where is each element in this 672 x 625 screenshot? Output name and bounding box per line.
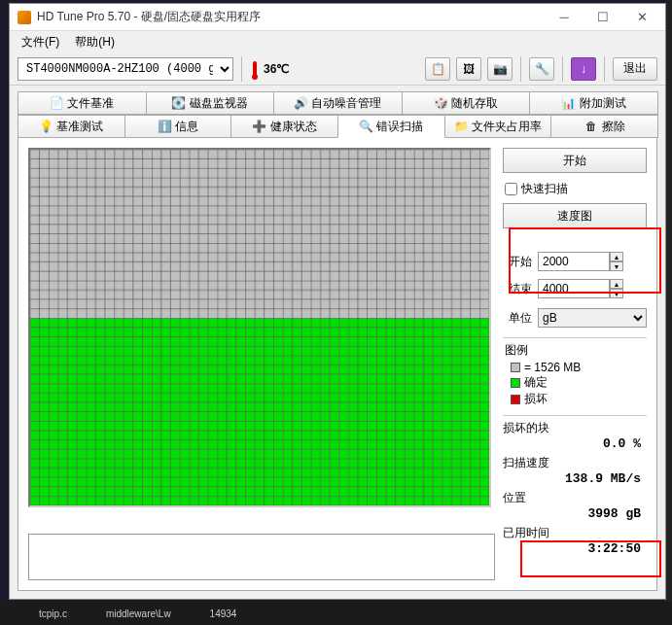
unit-select[interactable]: gB <box>538 308 647 328</box>
legend-swatch-ok <box>511 378 520 388</box>
erase-icon: 🗑 <box>584 120 598 133</box>
tab-content: 开始 快速扫描 速度图 开始 ▲ ▼ 结束 <box>18 137 657 591</box>
copy-screenshot-button[interactable]: 🖼 <box>456 57 481 81</box>
drive-select[interactable]: ST4000NM000A-2HZ100 (4000 gB) <box>18 57 233 81</box>
menubar: 文件(F) 帮助(H) <box>10 31 665 52</box>
quick-scan-checkbox[interactable] <box>505 183 517 195</box>
scan-speed-value: 138.9 MB/s <box>503 471 647 486</box>
quick-scan-label: 快速扫描 <box>521 181 568 197</box>
position-label: 位置 <box>503 490 647 506</box>
result-box <box>28 534 495 580</box>
tab-label: 磁盘监视器 <box>190 95 248 112</box>
tab-row-upper: 📄文件基准💽磁盘监视器🔊自动噪音管理🎲随机存取📊附加测试 <box>18 91 657 115</box>
tab-错误扫描[interactable]: 🔍错误扫描 <box>337 115 445 138</box>
menu-help[interactable]: 帮助(H) <box>69 32 121 52</box>
extra-icon: 📊 <box>562 96 576 110</box>
maximize-button[interactable]: ☐ <box>584 6 622 29</box>
benchmark-icon: 💡 <box>39 120 53 133</box>
copy-info-button[interactable]: 📋 <box>425 57 450 81</box>
tab-健康状态[interactable]: ➕健康状态 <box>230 115 338 138</box>
range-end-up[interactable]: ▲ <box>610 279 623 289</box>
window-title: HD Tune Pro 5.70 - 硬盘/固态硬盘实用程序 <box>37 9 545 25</box>
separator <box>520 56 521 82</box>
elapsed-value: 3:22:50 <box>503 541 647 556</box>
tab-label: 附加测试 <box>580 95 626 112</box>
thermometer-icon <box>250 58 260 80</box>
legend-block-label: = 1526 MB <box>524 361 581 374</box>
range-start-input[interactable] <box>538 252 610 271</box>
menu-file[interactable]: 文件(F) <box>16 32 65 52</box>
taskbar: tcpip.c middleware\Lw 14934 <box>0 602 672 625</box>
disk-monitor-icon: 💽 <box>172 96 186 110</box>
tab-文件基准[interactable]: 📄文件基准 <box>18 91 147 115</box>
scan-speed-label: 扫描速度 <box>503 455 647 471</box>
position-value: 3998 gB <box>503 506 647 521</box>
health-icon: ➕ <box>253 120 266 133</box>
legend-ok-label: 确定 <box>524 374 548 391</box>
save-screenshot-button[interactable]: 📷 <box>487 57 513 81</box>
taskbar-item: middleware\Lw <box>106 608 171 619</box>
damaged-blocks-label: 损坏的块 <box>503 420 647 436</box>
tab-文件夹占用率[interactable]: 📁文件夹占用率 <box>444 115 552 138</box>
stats: 损坏的块 0.0 % 扫描速度 138.9 MB/s 位置 3998 gB 已用… <box>503 415 647 560</box>
tab-自动噪音管理[interactable]: 🔊自动噪音管理 <box>273 91 403 115</box>
tabs-container: 📄文件基准💽磁盘监视器🔊自动噪音管理🎲随机存取📊附加测试 💡基准测试ℹ️信息➕健… <box>18 91 657 138</box>
main-window: HD Tune Pro 5.70 - 硬盘/固态硬盘实用程序 ─ ☐ ✕ 文件(… <box>9 3 666 600</box>
options-button[interactable]: 🔧 <box>529 57 554 81</box>
close-button[interactable]: ✕ <box>622 6 661 29</box>
titlebar: HD Tune Pro 5.70 - 硬盘/固态硬盘实用程序 ─ ☐ ✕ <box>10 4 665 31</box>
separator <box>604 56 605 82</box>
tab-label: 擦除 <box>602 119 625 135</box>
tab-row-lower: 💡基准测试ℹ️信息➕健康状态🔍错误扫描📁文件夹占用率🗑擦除 <box>18 115 657 138</box>
tab-label: 基准测试 <box>56 119 103 135</box>
separator <box>562 56 563 82</box>
legend: 图例 = 1526 MB 确定 损坏 <box>503 337 647 407</box>
range-start-up[interactable]: ▲ <box>610 252 623 261</box>
scan-area <box>28 148 495 580</box>
legend-swatch-block <box>511 363 520 372</box>
tab-附加测试[interactable]: 📊附加测试 <box>529 91 658 115</box>
tab-磁盘监视器[interactable]: 💽磁盘监视器 <box>146 91 275 115</box>
background-strip <box>665 0 672 625</box>
info2-icon: ℹ️ <box>158 120 171 133</box>
damaged-blocks-value: 0.0 % <box>503 436 647 451</box>
temperature-value: 36℃ <box>264 62 289 76</box>
app-icon <box>18 11 31 24</box>
separator <box>241 56 242 82</box>
range-end-label: 结束 <box>503 281 532 297</box>
tab-label: 错误扫描 <box>376 119 423 135</box>
temperature-display: 36℃ <box>250 58 289 80</box>
legend-title: 图例 <box>505 342 647 359</box>
speed-map-button[interactable]: 速度图 <box>503 203 647 228</box>
legend-damaged-label: 损坏 <box>524 391 548 407</box>
minimize-button[interactable]: ─ <box>545 6 584 29</box>
folder-icon: 📁 <box>454 120 468 133</box>
scan-grid <box>28 148 491 507</box>
tab-label: 随机存取 <box>451 95 498 112</box>
unit-label: 单位 <box>503 310 532 327</box>
range-start-label: 开始 <box>503 254 532 270</box>
tab-label: 信息 <box>175 119 198 135</box>
tab-label: 自动噪音管理 <box>311 95 381 112</box>
minimize-tray-button[interactable]: ↓ <box>571 57 596 81</box>
range-end-input[interactable] <box>538 279 610 298</box>
tab-label: 健康状态 <box>270 119 317 135</box>
taskbar-item: 14934 <box>210 608 237 619</box>
range-end-down[interactable]: ▼ <box>610 289 623 298</box>
toolbar: ST4000NM000A-2HZ100 (4000 gB) 36℃ 📋 🖼 📷 … <box>10 52 665 86</box>
legend-swatch-damaged <box>511 395 520 404</box>
start-button[interactable]: 开始 <box>503 148 647 173</box>
tab-擦除[interactable]: 🗑擦除 <box>550 115 658 138</box>
exit-button[interactable]: 退出 <box>613 57 657 81</box>
elapsed-label: 已用时间 <box>503 525 647 541</box>
random-icon: 🎲 <box>434 96 447 110</box>
tab-随机存取[interactable]: 🎲随机存取 <box>402 91 531 115</box>
side-panel: 开始 快速扫描 速度图 开始 ▲ ▼ 结束 <box>503 148 647 580</box>
taskbar-item: tcpip.c <box>39 608 67 619</box>
tab-基准测试[interactable]: 💡基准测试 <box>18 115 125 138</box>
info-icon: 📄 <box>50 96 63 110</box>
error-scan-icon: 🔍 <box>359 120 372 133</box>
tab-信息[interactable]: ℹ️信息 <box>124 115 232 138</box>
tab-label: 文件基准 <box>67 95 114 112</box>
range-start-down[interactable]: ▼ <box>610 261 623 271</box>
